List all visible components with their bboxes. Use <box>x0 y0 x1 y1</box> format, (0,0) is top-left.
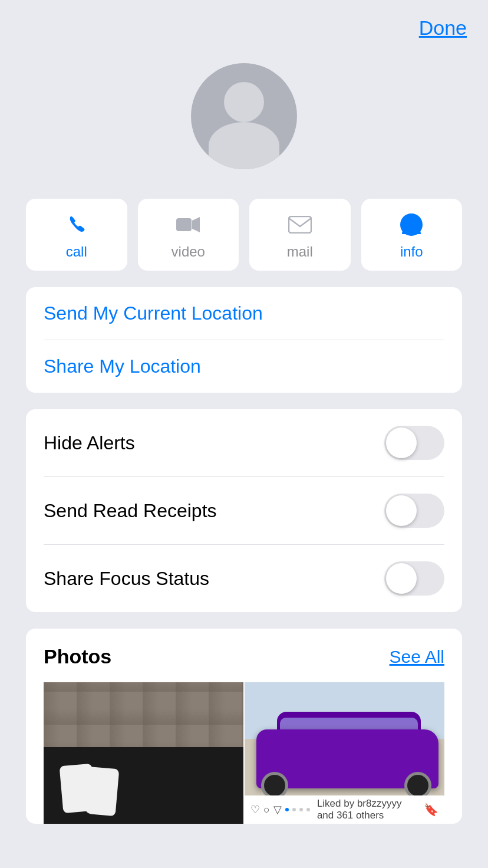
toggle-knob <box>386 563 417 594</box>
location-card: Send My Current Location Share My Locati… <box>26 287 462 393</box>
phone-icon <box>64 212 90 238</box>
mail-icon <box>287 212 313 238</box>
call-label: call <box>66 244 87 260</box>
info-button[interactable]: info <box>361 199 463 271</box>
video-button[interactable]: video <box>138 199 239 271</box>
svg-point-4 <box>408 218 415 225</box>
hide-alerts-toggle[interactable] <box>384 426 444 460</box>
shoe-right <box>83 767 120 816</box>
toggle-knob <box>386 428 417 458</box>
share-focus-status-toggle[interactable] <box>384 561 444 596</box>
dot-1 <box>292 808 296 811</box>
photo-thumbnail-2[interactable]: ♡ ○ ▽ Liked by br8zzyyyy and 361 others … <box>245 682 444 824</box>
svg-marker-1 <box>192 217 200 232</box>
video-icon <box>175 212 201 238</box>
toggle-card: Hide Alerts Send Read Receipts Share Foc… <box>26 409 462 612</box>
avatar-body <box>209 122 279 169</box>
photos-header: Photos See All <box>44 645 444 668</box>
photos-title: Photos <box>44 645 111 668</box>
info-label: info <box>400 244 423 260</box>
avatar-head <box>224 82 264 122</box>
call-button[interactable]: call <box>26 199 127 271</box>
share-focus-status-label: Share Focus Status <box>44 568 209 590</box>
photo-shoes-bg <box>44 682 243 824</box>
hide-alerts-label: Hide Alerts <box>44 432 135 454</box>
mail-label: mail <box>287 244 313 260</box>
svg-rect-2 <box>289 216 311 233</box>
bookmark-icon: 🔖 <box>424 803 438 817</box>
share-focus-status-row: Share Focus Status <box>26 545 462 612</box>
share-icon: ▽ <box>273 803 282 816</box>
send-current-location-button[interactable]: Send My Current Location <box>26 287 462 340</box>
photos-grid: ♡ ○ ▽ Liked by br8zzyyyy and 361 others … <box>44 682 444 824</box>
instagram-actions: ♡ ○ ▽ <box>250 803 310 816</box>
mail-button[interactable]: mail <box>249 199 351 271</box>
send-read-receipts-row: Send Read Receipts <box>26 477 462 544</box>
dot-2 <box>299 808 303 811</box>
photo-thumbnail-1[interactable] <box>44 682 243 824</box>
info-person-icon <box>398 212 424 238</box>
dot-3 <box>306 808 310 811</box>
heart-icon: ♡ <box>250 803 260 816</box>
top-bar: Done <box>0 0 488 45</box>
photos-card: Photos See All ♡ ○ <box>26 629 462 824</box>
done-button[interactable]: Done <box>419 17 467 40</box>
toggle-knob <box>386 495 417 526</box>
video-label: video <box>172 244 205 260</box>
instagram-liked-text: Liked by br8zzyyyy and 361 others <box>317 798 419 821</box>
hide-alerts-row: Hide Alerts <box>26 409 462 476</box>
see-all-button[interactable]: See All <box>390 647 444 667</box>
avatar-person-shape <box>209 82 279 169</box>
action-buttons-row: call video mail info <box>0 199 488 271</box>
send-read-receipts-toggle[interactable] <box>384 494 444 528</box>
comment-icon: ○ <box>263 804 270 816</box>
send-read-receipts-label: Send Read Receipts <box>44 500 217 522</box>
avatar <box>191 63 297 169</box>
svg-rect-0 <box>176 218 192 231</box>
share-location-button[interactable]: Share My Location <box>26 340 462 393</box>
avatar-section <box>0 45 488 199</box>
dot-active <box>285 808 289 811</box>
instagram-bar: ♡ ○ ▽ Liked by br8zzyyyy and 361 others … <box>245 795 444 824</box>
